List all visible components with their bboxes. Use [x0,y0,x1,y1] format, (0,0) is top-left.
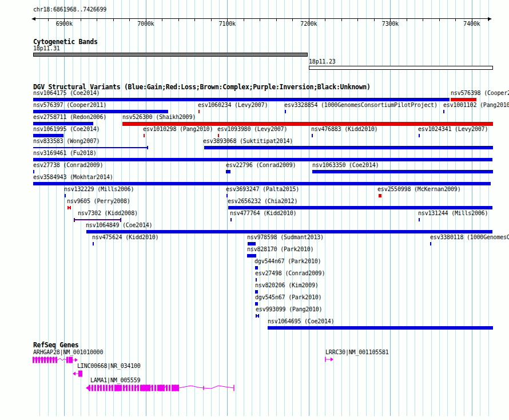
variant-glyph[interactable] [255,290,258,294]
variant-label[interactable]: nsv1061995 (Coe2014) [33,126,100,132]
cytoband-bar[interactable] [33,53,308,57]
variant-glyph[interactable] [419,134,420,137]
variant-glyph[interactable] [228,206,492,209]
variant-label[interactable]: esv3693247 (Palta2015) [226,187,299,192]
variant-glyph[interactable] [33,122,93,125]
variant-glyph[interactable] [33,147,148,148]
variant-label[interactable]: esv2550998 (McKernan2009) [377,187,461,192]
variant-glyph[interactable] [451,98,476,101]
variant-label[interactable]: nsv820206 (Kim2009) [255,283,319,288]
variant-glyph[interactable] [443,110,444,113]
variant-label[interactable]: esv1010298 (Pang2010) [143,126,213,132]
gene-glyph[interactable] [86,385,240,391]
region-coordinates: chr18:6861968..7426699 [33,7,106,13]
cytoband-label: 18p11.23 [309,59,336,65]
variant-label[interactable]: esv1060234 (Levy2007) [198,102,268,108]
variant-glyph[interactable] [86,230,492,233]
variant-label[interactable]: esv2656232 (Chia2012) [228,199,297,204]
variant-label[interactable]: nsv9605 (Perry2008) [67,199,130,204]
variant-glyph[interactable] [33,158,492,161]
ruler-tick [357,18,358,21]
variant-glyph[interactable] [256,278,257,282]
variant-glyph[interactable] [93,242,94,245]
variant-glyph[interactable] [226,194,228,197]
variant-glyph[interactable] [285,110,286,113]
variant-glyph[interactable] [122,122,493,126]
variant-label[interactable]: esv22796 (Conrad2009) [226,163,296,168]
variant-label[interactable]: nsv1063350 (Coe2014) [312,163,379,168]
variant-label[interactable]: nsv828170 (Park2010) [247,247,313,252]
variant-glyph[interactable] [218,134,219,137]
ruler-tick [374,18,375,21]
variant-label[interactable]: esv1024341 (Levy2007) [418,126,488,132]
variant-glyph[interactable] [33,182,491,185]
gene-glyph[interactable] [73,370,88,377]
variant-label[interactable]: nsv476883 (Kidd2010) [311,126,377,132]
variant-label[interactable]: nsv576397 (Cooper2011) [33,102,106,108]
variant-label[interactable]: dgv545n67 (Park2010) [255,295,321,300]
gene-glyph[interactable] [325,356,339,363]
variant-glyph[interactable] [312,134,313,137]
variant-label[interactable]: esv1001102 (Pang2010) [443,102,509,108]
variant-label[interactable]: nsv1064695 (Coe2014) [268,319,334,324]
gene-glyph[interactable] [33,356,83,363]
variant-label[interactable]: nsv978598 (Sudmant2013) [247,235,324,240]
variant-label[interactable]: nsv3169461 (Fu2018) [33,150,97,156]
gene-label[interactable]: LRRC30|NM_001105581 [325,350,389,355]
ruler-tick [423,18,423,21]
variant-label[interactable]: esv2758711 (Redon2006) [33,114,106,120]
variant-label[interactable]: esv27498 (Conrad2009) [255,271,325,276]
ruler-axis [33,18,490,19]
variant-glyph[interactable] [312,170,493,173]
variant-label[interactable]: dgv544n67 (Park2010) [254,259,321,264]
variant-label[interactable]: nsv131244 (Mills2006) [418,211,488,216]
variant-glyph[interactable] [74,218,121,222]
gene-label[interactable]: LAMA1|NM_005559 [90,378,140,383]
variant-glyph[interactable] [255,302,258,306]
variant-label[interactable]: nsv1064849 (Coe2014) [86,223,152,228]
ruler-tick [439,18,440,21]
variant-glyph[interactable] [144,134,145,137]
cytoband-bar[interactable] [309,66,493,70]
variant-glyph[interactable] [430,242,431,245]
variant-glyph[interactable] [33,98,450,101]
variant-label[interactable]: esv993099 (Pang2010) [256,307,322,312]
variant-glyph[interactable] [226,170,230,173]
variant-glyph[interactable] [268,326,493,330]
variant-glyph[interactable] [419,218,420,221]
gridline-minor [170,0,171,416]
gridline-minor [178,0,179,416]
variant-label[interactable]: nsv1064175 (Coe2014) [33,90,100,96]
variant-label[interactable]: nsv7302 (Kidd2008) [78,211,138,216]
variant-glyph[interactable] [33,170,34,173]
variant-glyph[interactable] [230,218,232,221]
variant-label[interactable]: nsv132229 (Mills2006) [64,187,134,192]
variant-label[interactable]: esv27738 (Conrad2009) [33,163,103,168]
variant-label[interactable]: esv3380118 (1000GenomesConsortiumPilotPr… [430,235,509,240]
variant-glyph[interactable] [33,110,168,113]
gridline-minor [162,0,162,416]
variant-glyph[interactable] [33,134,63,137]
variant-glyph[interactable] [248,242,256,245]
variant-glyph[interactable] [198,110,200,113]
gene-label[interactable]: LINC00668|NR_034100 [77,363,141,369]
variant-label[interactable]: nsv576398 (Cooper2011) [451,90,509,96]
variant-glyph[interactable] [65,194,66,197]
variant-glyph[interactable] [255,266,258,270]
variant-glyph[interactable] [256,314,259,318]
variant-label[interactable]: nsv477764 (Kidd2010) [230,211,296,216]
ruler-tick [407,18,407,21]
variant-label[interactable]: esv3584943 (Mokhtar2014) [33,175,113,180]
variant-glyph[interactable] [204,146,493,149]
cytoband-label: 18p11.31 [33,46,60,51]
variant-label[interactable]: nsv833583 (Wong2007) [33,138,100,144]
variant-label[interactable]: esv1093980 (Levy2007) [217,126,287,132]
variant-label[interactable]: esv3328854 (1000GenomesConsortiumPilotPr… [284,102,438,108]
gene-label[interactable]: ARHGAP28|NM_001010000 [33,350,103,355]
variant-glyph[interactable] [379,194,381,197]
variant-label[interactable]: esv3893068 (Suktitipat2014) [203,138,293,144]
variant-glyph[interactable] [247,254,256,257]
variant-label[interactable]: nsv475624 (Kidd2010) [92,235,158,240]
variant-label[interactable]: nsv526300 (Shaikh2009) [122,114,196,120]
variant-glyph[interactable] [67,206,71,209]
